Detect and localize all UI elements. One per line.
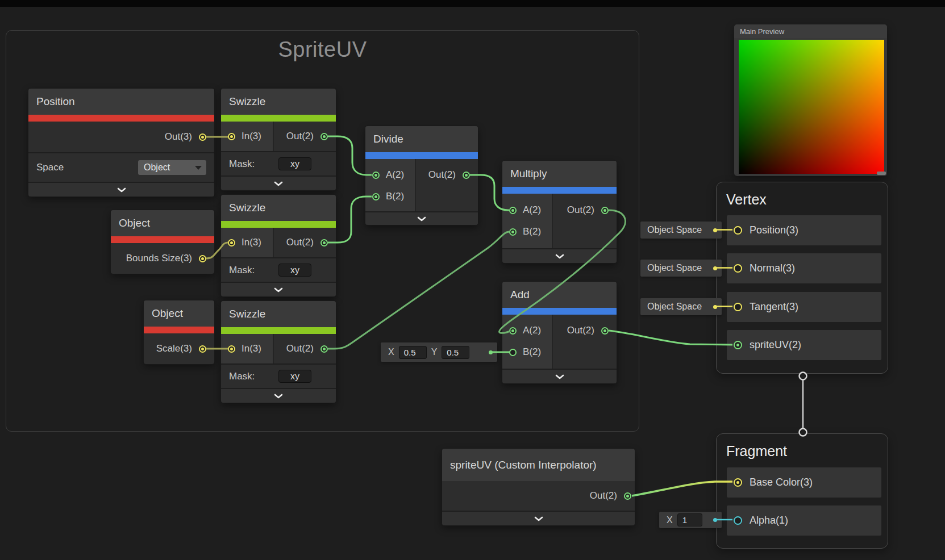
- fragment-block-title: Fragment: [717, 434, 888, 459]
- node-title-label: Swizzle: [229, 95, 265, 108]
- collapse-chevron-icon: [274, 394, 283, 399]
- node-object-scale[interactable]: Object Scale(3): [144, 300, 214, 364]
- object-scale-out-port[interactable]: [199, 345, 206, 353]
- swizzle3-out-port[interactable]: [320, 345, 328, 353]
- mask-input[interactable]: xy: [278, 370, 311, 383]
- vertex-slot-spriteuv[interactable]: spriteUV(2): [727, 330, 881, 360]
- port-label: A(2): [523, 204, 541, 216]
- preview-resize-handle[interactable]: [877, 172, 886, 175]
- collapse-toggle[interactable]: [221, 175, 336, 190]
- tangent-space-pill[interactable]: Object Space: [640, 298, 722, 315]
- shader-graph-canvas[interactable]: SpriteUV Position Out(3) Space Object Sw…: [0, 0, 945, 560]
- x-value-input[interactable]: 1: [677, 513, 702, 526]
- vertex-slot-position[interactable]: Position(3): [727, 215, 881, 245]
- interpolator-out-port[interactable]: [624, 492, 631, 500]
- multiply-b-port[interactable]: [509, 228, 517, 236]
- port-row: In(3) Out(2): [221, 122, 336, 151]
- space-label: Space: [36, 162, 64, 173]
- mask-row: Mask: xy: [221, 257, 336, 282]
- port-label: B(2): [523, 226, 541, 237]
- input-cell: A(2) B(2): [365, 159, 416, 211]
- divide-b-port[interactable]: [372, 193, 380, 200]
- mask-label: Mask:: [229, 265, 255, 276]
- swizzle2-out-port[interactable]: [320, 239, 328, 246]
- divide-out-port[interactable]: [463, 172, 470, 179]
- swizzle2-in-port[interactable]: [228, 239, 235, 246]
- collapse-toggle[interactable]: [365, 211, 478, 225]
- main-preview-panel[interactable]: Main Preview: [734, 24, 887, 176]
- collapse-chevron-icon: [555, 374, 564, 379]
- multiply-out-port[interactable]: [601, 207, 609, 214]
- swizzle1-in-port[interactable]: [228, 133, 235, 140]
- node-title-label: Divide: [373, 133, 403, 145]
- node-title: Position: [28, 89, 214, 115]
- node-swizzle-3[interactable]: Swizzle In(3) Out(2) Mask: xy: [221, 301, 336, 403]
- vertex-position-port[interactable]: [734, 226, 742, 235]
- add-out-port[interactable]: [601, 327, 609, 335]
- multiply-a-port[interactable]: [509, 207, 517, 214]
- collapse-chevron-icon: [534, 516, 543, 521]
- vertex-context-block[interactable]: Vertex Position(3) Normal(3) Tangent(3) …: [716, 182, 888, 374]
- vertex-normal-port[interactable]: [734, 264, 742, 273]
- mask-input[interactable]: xy: [278, 264, 311, 277]
- fragment-alpha-port[interactable]: [734, 516, 742, 525]
- port-row: B(2): [365, 186, 415, 207]
- position-out-port[interactable]: [199, 133, 206, 141]
- x-value-input[interactable]: 0.5: [399, 346, 427, 359]
- divide-a-port[interactable]: [372, 172, 380, 179]
- space-dropdown-value: Object: [144, 162, 170, 173]
- collapse-toggle[interactable]: [221, 388, 336, 403]
- collapse-toggle[interactable]: [442, 511, 635, 525]
- group-title[interactable]: SpriteUV: [6, 37, 639, 62]
- fragment-basecolor-port[interactable]: [734, 478, 742, 487]
- space-dropdown[interactable]: Object: [138, 160, 206, 175]
- vector2-type-bar: [221, 115, 336, 122]
- swizzle3-in-port[interactable]: [228, 345, 235, 353]
- collapse-toggle[interactable]: [502, 248, 617, 263]
- vector2-type-bar: [221, 221, 336, 228]
- mask-input[interactable]: xy: [278, 157, 311, 170]
- add-b-port[interactable]: [509, 349, 517, 356]
- normal-space-pill[interactable]: Object Space: [640, 260, 722, 277]
- node-divide[interactable]: Divide A(2) B(2) Out(2): [365, 126, 478, 225]
- node-title-label: Object: [119, 217, 150, 229]
- vertex-block-title: Vertex: [717, 182, 888, 208]
- vector-type-bar: [502, 187, 617, 194]
- node-add[interactable]: Add A(2) B(2) Out(2): [502, 282, 617, 383]
- collapse-toggle[interactable]: [28, 182, 214, 197]
- node-title: spriteUV (Custom Interpolator): [442, 449, 635, 481]
- vertex-slot-tangent[interactable]: Tangent(3): [727, 292, 881, 322]
- vertex-tangent-port[interactable]: [734, 303, 742, 311]
- position-space-pill[interactable]: Object Space: [640, 222, 722, 239]
- collapse-toggle[interactable]: [502, 369, 617, 383]
- output-cell: Out(2): [274, 228, 336, 257]
- node-swizzle-1[interactable]: Swizzle In(3) Out(2) Mask: xy: [221, 89, 336, 190]
- fragment-context-block[interactable]: Fragment Base Color(3) Alpha(1): [716, 433, 888, 549]
- fragment-slot-alpha[interactable]: Alpha(1): [727, 505, 881, 536]
- vertex-slot-normal[interactable]: Normal(3): [727, 253, 881, 283]
- fragment-slot-basecolor[interactable]: Base Color(3): [727, 467, 881, 498]
- node-swizzle-2[interactable]: Swizzle In(3) Out(2) Mask: xy: [221, 195, 336, 296]
- port-label: Out(2): [567, 204, 594, 216]
- node-body: A(2) B(2) Out(2): [502, 194, 617, 248]
- node-body: A(2) B(2) Out(2): [502, 315, 617, 369]
- y-value-input[interactable]: 0.5: [442, 346, 469, 359]
- node-object-bounds[interactable]: Object Bounds Size(3): [111, 210, 214, 274]
- node-custom-interpolator[interactable]: spriteUV (Custom Interpolator) Out(2): [442, 449, 635, 525]
- collapse-toggle[interactable]: [221, 282, 336, 296]
- output-cell: Out(2): [274, 334, 336, 363]
- vertex-spriteuv-port[interactable]: [734, 341, 742, 349]
- node-title: Swizzle: [221, 195, 336, 221]
- input-cell: A(2) B(2): [502, 194, 553, 248]
- port-label: Bounds Size(3): [126, 253, 192, 264]
- slot-label: Base Color(3): [750, 477, 813, 488]
- port-label: Out(2): [428, 169, 456, 181]
- object-bounds-out-port[interactable]: [199, 255, 206, 262]
- swizzle1-out-port[interactable]: [320, 133, 328, 140]
- node-title-label: Swizzle: [229, 308, 265, 320]
- node-multiply[interactable]: Multiply A(2) B(2) Out(2): [502, 161, 617, 263]
- node-position[interactable]: Position Out(3) Space Object: [28, 89, 214, 197]
- input-cell: In(3): [221, 228, 274, 257]
- main-preview-title: Main Preview: [734, 24, 887, 38]
- port-row: In(3) Out(2): [221, 228, 336, 257]
